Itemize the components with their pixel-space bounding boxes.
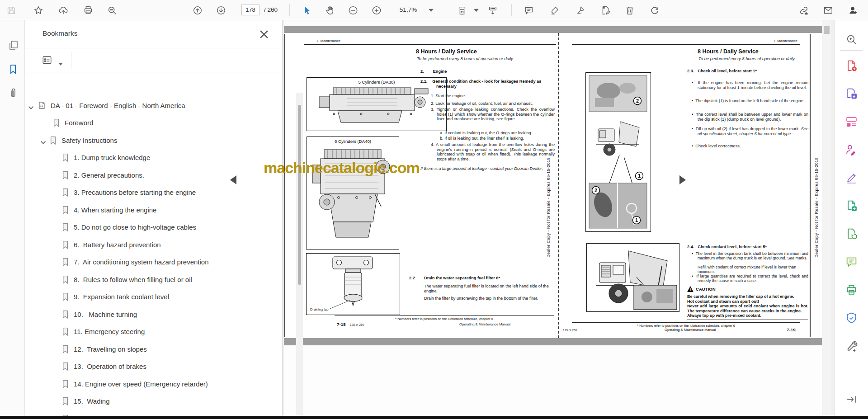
print-production-icon[interactable] [844,282,859,297]
chat-icon[interactable] [844,254,859,269]
bookmark-options-icon[interactable] [42,55,52,66]
fit-page-icon[interactable] [485,3,500,18]
edit-pdf-icon[interactable] [598,3,613,18]
bookmark-item[interactable]: 13. Operation of brakes [25,358,146,375]
close-icon[interactable] [259,29,269,39]
select-cursor-icon[interactable] [300,3,315,18]
share-link-icon[interactable] [796,3,811,18]
bookmarks-panel-icon[interactable] [6,62,20,76]
bookmark-item[interactable]: 3. Precautions before starting the engin… [25,184,196,201]
share-upload-icon[interactable] [56,3,71,18]
step-3a: a. If coolant is leaking out, the O-ring… [440,131,555,136]
lubrication-footnote: * Numbers refer to positions on the lubr… [335,315,554,321]
bullet: If large quantities are required to corr… [692,274,808,283]
bookmark-flag-icon [62,292,69,301]
step-3: 3. Tighten or change leaking connections… [431,107,555,122]
chevron-down-icon[interactable] [40,138,46,142]
manual-title-footer: Operating & Maintenance Manual [459,322,510,326]
chevron-down-icon[interactable] [28,104,34,108]
rotate-icon[interactable] [647,3,662,18]
page-count-label: 178 of 260 [350,323,364,326]
convert-pdf-icon[interactable] [844,86,859,101]
bookmark-item[interactable]: 1. Dump truck knowledge [25,149,150,166]
bookmark-item[interactable]: 8. Rules to follow when filling fuel or … [25,271,192,288]
bookmark-item[interactable]: 6. Battery hazard prevention [25,236,161,253]
search-icon[interactable] [104,3,120,18]
page-spread[interactable]: 7. Maintenance 8 Hours / Daily Service T… [284,33,822,338]
bookmark-flag-icon [62,345,69,353]
zoom-out-icon[interactable] [345,3,361,18]
fit-width-icon[interactable] [454,3,470,18]
comment-pen-icon[interactable] [844,170,859,185]
hand-tool-icon[interactable] [322,3,338,18]
bookmark-flag-icon [53,118,60,127]
bookmark-flag-icon [62,380,69,388]
fill-sign-icon[interactable] [844,142,859,157]
page-fold-divider [558,33,559,338]
bookmarks-scrollbar[interactable] [296,93,303,419]
scrollbar-thumb[interactable] [824,26,830,34]
bookmark-item[interactable]: 11. Emergency steering [25,323,145,340]
save-icon[interactable] [4,3,19,18]
print-icon[interactable] [80,3,96,18]
organize-pages-icon[interactable] [844,114,859,129]
delete-icon[interactable] [622,3,637,18]
zoom-dropdown-chevron-icon[interactable] [423,3,439,18]
page-right-border [810,34,811,337]
bookmark-item[interactable]: 4. When starting the engine [25,201,156,218]
export-pdf-icon[interactable] [844,226,859,241]
protect-icon[interactable] [844,311,859,325]
attachments-panel-icon[interactable] [6,86,20,100]
bookmark-item[interactable]: 14. Engine over speed (Emergency retarde… [25,375,208,392]
svg-text:1: 1 [638,173,641,179]
pages-panel-icon[interactable] [6,38,20,52]
bookmark-flag-icon [62,310,69,318]
marker-1b: 1 [636,172,643,180]
page-header: 7. Maintenance [750,39,797,43]
previous-page-chevron-icon[interactable] [230,175,236,184]
bookmark-item[interactable]: 5. Do not go close to high-voltage cable… [25,218,196,235]
email-icon[interactable] [821,3,836,18]
bookmark-item[interactable]: 12. Travelling on slopes [25,340,147,358]
toolbar: 178 / 260 51,7% [0,0,868,20]
bookmark-item[interactable]: 9. Expansion tank coolant level [25,288,169,305]
leakage-note: If there is a large amount of leakage - … [420,166,554,171]
zoom-in-icon[interactable] [369,3,384,18]
previous-page-icon[interactable] [190,3,205,18]
bookmark-item-expandable[interactable]: Safety Instructions [25,132,117,149]
loupe-icon[interactable] [844,32,859,47]
highlight-icon[interactable] [547,3,562,18]
bookmark-item[interactable]: Foreword [25,114,93,131]
fit-dropdown-chevron-icon[interactable] [468,3,484,18]
chevron-down-icon[interactable] [58,59,63,62]
comment-icon[interactable] [521,3,537,18]
expand-panel-icon[interactable] [844,392,859,406]
document-scrollbar[interactable] [822,20,831,416]
page-number-input[interactable]: 178 [241,5,259,15]
bookmark-item[interactable]: 15. Wading [25,392,110,410]
page-number-printed: 7-19 [787,327,796,332]
zoom-level-value[interactable]: 51,7% [394,6,422,13]
bookmark-item[interactable]: 10. Machine turning [25,306,137,323]
bullet: If the engine has been running: Let the … [692,80,808,90]
star-icon[interactable] [31,3,46,18]
next-page-icon[interactable] [213,3,229,18]
page-subtitle: To be performed every 8 hours of operati… [698,56,796,61]
scrollbar-thumb[interactable] [298,105,301,285]
bookmark-item[interactable]: 7. Air conditioning system hazard preven… [25,253,209,270]
bullet: Check level correctness. [692,144,808,149]
svg-text:1: 1 [635,217,638,223]
bookmark-flag-icon [62,275,69,283]
toolbar-divider [289,4,290,16]
next-page-chevron-icon[interactable] [679,175,686,184]
bookmark-item[interactable]: 2. General precautions. [25,166,144,184]
create-pdf-icon[interactable] [844,58,859,73]
combine-files-icon[interactable] [844,198,859,213]
fuel-filter-drawing: Draining tap [307,254,400,314]
account-add-icon[interactable] [845,3,861,18]
more-tools-icon[interactable] [844,339,859,353]
marker-1: 1 [633,217,641,224]
signature-icon[interactable] [573,3,588,18]
bookmark-item-root[interactable]: DA - 01 - Foreword - English - North Ame… [25,97,185,114]
figure-oil-check: 2 2 1 1 [585,72,651,232]
